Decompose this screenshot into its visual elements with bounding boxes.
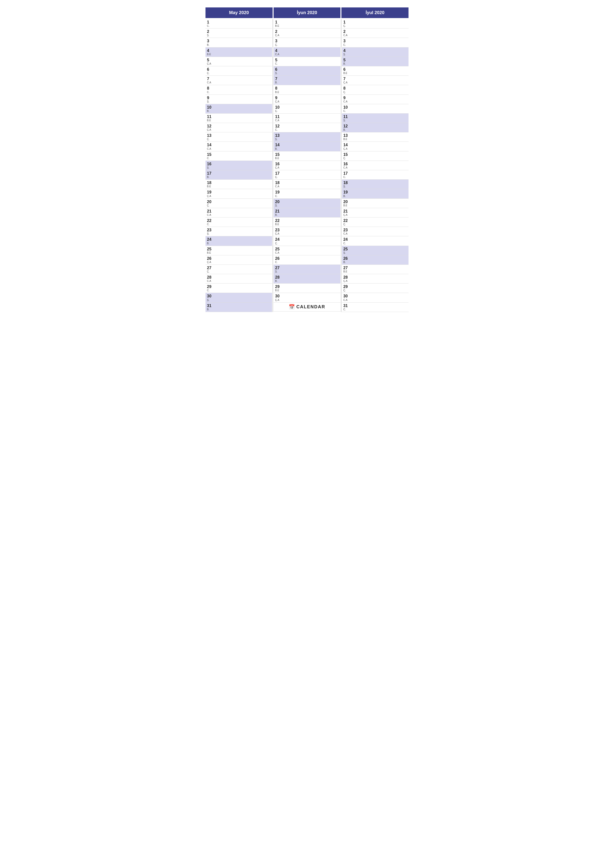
- day-number: 19: [344, 190, 407, 194]
- day-number: 13: [207, 133, 270, 138]
- day-number: 15: [344, 152, 407, 157]
- day-cell-may-11: 11B.E: [205, 113, 272, 123]
- day-cell-july-21: 21Ç.A: [342, 208, 409, 217]
- day-cell-may-30: 30Ş.: [205, 293, 272, 302]
- day-label: C.: [344, 176, 407, 179]
- day-number: 27: [207, 265, 270, 270]
- calendar-logo-icon: 📅: [289, 304, 295, 310]
- day-cell-july-31: 31C.: [342, 302, 409, 312]
- day-number: 7: [344, 76, 407, 81]
- day-cell-june-27: 27Ş.: [274, 265, 340, 274]
- day-cell-may-1: 1C.: [205, 19, 272, 28]
- day-cell-may-6: 6Ç.: [205, 66, 272, 76]
- day-label: C.: [207, 289, 270, 292]
- day-label: C.A: [344, 100, 407, 103]
- day-cell-june-19: 19C.: [274, 189, 340, 198]
- day-label: Ç.: [275, 110, 339, 113]
- day-number: 28: [207, 275, 270, 280]
- day-cell-june-17: 17Ç.: [274, 170, 340, 180]
- day-number: 11: [275, 114, 339, 119]
- day-label: Ç.: [275, 176, 339, 179]
- day-number: 22: [207, 218, 270, 223]
- day-cell-july-19: 19B.: [342, 189, 409, 198]
- day-number: 26: [275, 256, 339, 261]
- day-label: Ç.A: [275, 299, 339, 302]
- month-col-july: 1Ç.2C.A3C.4Ş.5B.6B.E7Ç.A8Ç.9C.A10C.11Ş.1…: [342, 19, 409, 312]
- day-number: 24: [207, 237, 270, 242]
- day-number: 30: [344, 294, 407, 298]
- day-number: 18: [344, 180, 407, 185]
- day-number: 29: [207, 284, 270, 289]
- day-label: Ç.: [207, 138, 270, 141]
- day-cell-june-6: 6Ş.: [274, 66, 340, 76]
- day-cell-july-12: 12B.: [342, 123, 409, 132]
- day-label: Ç.: [275, 43, 339, 46]
- day-label: C.A: [207, 280, 270, 282]
- day-number: 8: [344, 86, 407, 91]
- day-number: 5: [207, 57, 270, 62]
- day-number: 3: [207, 39, 270, 43]
- day-cell-july-30: 30C.A: [342, 293, 409, 302]
- day-cell-july-28: 28Ç.A: [342, 274, 409, 284]
- day-cell-june-9: 9Ç.A: [274, 95, 340, 104]
- day-number: 23: [344, 228, 407, 232]
- day-cell-june-2: 2Ç.A: [274, 28, 340, 38]
- day-label: Ç.: [275, 242, 339, 245]
- day-number: 14: [344, 143, 407, 147]
- day-label: B.: [344, 62, 407, 65]
- day-number: 4: [344, 48, 407, 53]
- day-cell-july-5: 5B.: [342, 57, 409, 66]
- day-label: Ç.: [207, 72, 270, 75]
- day-label: C.A: [344, 34, 407, 37]
- day-label: C.: [344, 43, 407, 46]
- day-cell-june-15: 15B.E: [274, 152, 340, 161]
- day-label: C.A: [344, 299, 407, 302]
- day-cell-july-13: 13B.E: [342, 132, 409, 142]
- day-number: 29: [275, 284, 339, 289]
- day-label: C.A: [275, 185, 339, 188]
- calendar-logo: 📅CALENDAR: [289, 304, 325, 310]
- day-number: 10: [344, 105, 407, 110]
- day-number: 6: [275, 67, 339, 72]
- month-col-may: 1C.2Ş.3B.4B.E5Ç.A6Ç.7C.A8C.9Ş.10B.11B.E1…: [205, 19, 272, 312]
- day-cell-july-17: 17C.: [342, 170, 409, 180]
- day-number: 31: [344, 303, 407, 308]
- day-number: 12: [275, 124, 339, 129]
- day-cell-june-13: 13Ş.: [274, 132, 340, 142]
- day-cell-june-23: 23Ç.A: [274, 227, 340, 236]
- day-label: B.E: [275, 157, 339, 160]
- day-number: 23: [207, 228, 270, 232]
- day-label: Ç.: [344, 91, 407, 94]
- day-label: Ç.: [344, 223, 407, 226]
- day-cell-may-22: 22C.: [205, 217, 272, 227]
- day-label: C.: [207, 223, 270, 226]
- day-cell-june-26: 26C.: [274, 255, 340, 265]
- day-cell-june-14: 14B.: [274, 142, 340, 151]
- day-cell-july-24: 24C.: [342, 236, 409, 246]
- day-label: B.: [207, 110, 270, 113]
- day-cell-june-4: 4C.A: [274, 48, 340, 57]
- day-number: 14: [207, 143, 270, 147]
- day-label: C.A: [344, 232, 407, 235]
- day-number: 24: [275, 237, 339, 242]
- day-label: C.A: [207, 147, 270, 150]
- day-number: 18: [207, 180, 270, 185]
- day-label: C.: [207, 25, 270, 28]
- day-cell-june-24: 24Ç.: [274, 236, 340, 246]
- day-cell-may-2: 2Ş.: [205, 28, 272, 38]
- day-number: 17: [275, 171, 339, 176]
- day-cell-may-26: 26Ç.A: [205, 255, 272, 265]
- day-cell-may-20: 20Ç.: [205, 199, 272, 208]
- day-number: 27: [344, 265, 407, 270]
- day-label: Ş.: [275, 204, 339, 207]
- day-label: B.: [344, 129, 407, 132]
- day-label: B.: [207, 176, 270, 179]
- day-label: Ç.A: [344, 81, 407, 84]
- day-label: C.A: [275, 53, 339, 56]
- day-cell-june-30: 30Ç.A: [274, 293, 340, 302]
- day-cell-may-21: 21C.A: [205, 208, 272, 217]
- day-cell-june-10: 10Ç.: [274, 104, 340, 113]
- day-cell-july-15: 15Ç.: [342, 152, 409, 161]
- day-cell-may-9: 9Ş.: [205, 95, 272, 104]
- day-label: B.: [275, 147, 339, 150]
